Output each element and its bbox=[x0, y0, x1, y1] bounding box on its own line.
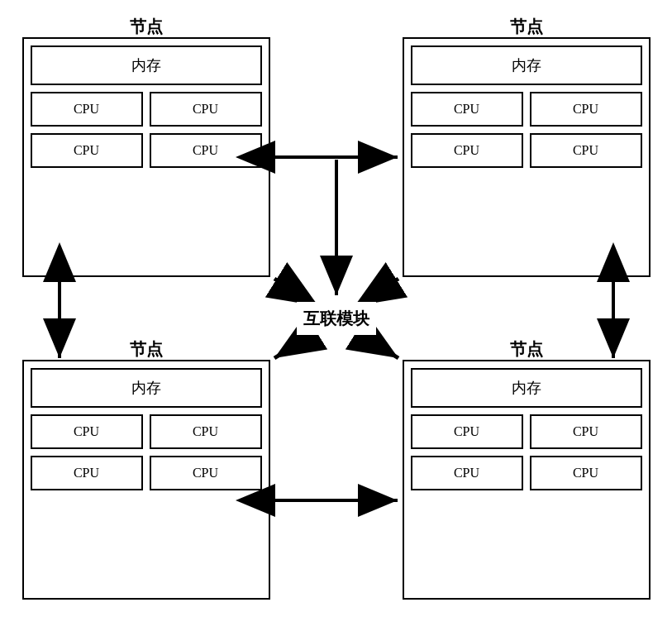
cpu-grid-tr: CPU CPU CPU CPU bbox=[411, 92, 642, 168]
memory-tr: 内存 bbox=[411, 45, 642, 85]
node-bottom-left: 节点 内存 CPU CPU CPU CPU bbox=[22, 360, 270, 600]
cpu-tr-3: CPU bbox=[411, 133, 523, 168]
cpu-bl-4: CPU bbox=[150, 456, 262, 490]
node-top-right: 节点 内存 CPU CPU CPU CPU bbox=[403, 37, 651, 277]
node-tr-label: 节点 bbox=[510, 16, 543, 38]
cpu-br-2: CPU bbox=[530, 414, 642, 449]
cpu-tl-2: CPU bbox=[150, 92, 262, 127]
cpu-bl-3: CPU bbox=[31, 456, 143, 490]
cpu-tr-4: CPU bbox=[530, 133, 642, 168]
cpu-tl-4: CPU bbox=[150, 133, 262, 168]
memory-tl: 内存 bbox=[31, 45, 262, 85]
node-tl-label: 节点 bbox=[130, 16, 163, 38]
cpu-grid-br: CPU CPU CPU CPU bbox=[411, 414, 642, 490]
cpu-bl-2: CPU bbox=[150, 414, 262, 449]
node-bottom-right: 节点 内存 CPU CPU CPU CPU bbox=[403, 360, 651, 600]
cpu-br-4: CPU bbox=[530, 456, 642, 490]
cpu-tl-1: CPU bbox=[31, 92, 143, 127]
cpu-br-1: CPU bbox=[411, 414, 523, 449]
diagram: 节点 内存 CPU CPU CPU CPU 节点 内存 CPU CPU CPU … bbox=[14, 12, 659, 624]
cpu-tl-3: CPU bbox=[31, 133, 143, 168]
cpu-tr-1: CPU bbox=[411, 92, 523, 127]
node-top-left: 节点 内存 CPU CPU CPU CPU bbox=[22, 37, 270, 277]
memory-bl: 内存 bbox=[31, 368, 262, 408]
interconnect-label: 互联模块 bbox=[297, 302, 376, 335]
cpu-grid-bl: CPU CPU CPU CPU bbox=[31, 414, 262, 490]
cpu-bl-1: CPU bbox=[31, 414, 143, 449]
node-bl-label: 节点 bbox=[130, 338, 163, 361]
cpu-grid-tl: CPU CPU CPU CPU bbox=[31, 92, 262, 168]
cpu-tr-2: CPU bbox=[530, 92, 642, 127]
cpu-br-3: CPU bbox=[411, 456, 523, 490]
node-br-label: 节点 bbox=[510, 338, 543, 361]
memory-br: 内存 bbox=[411, 368, 642, 408]
